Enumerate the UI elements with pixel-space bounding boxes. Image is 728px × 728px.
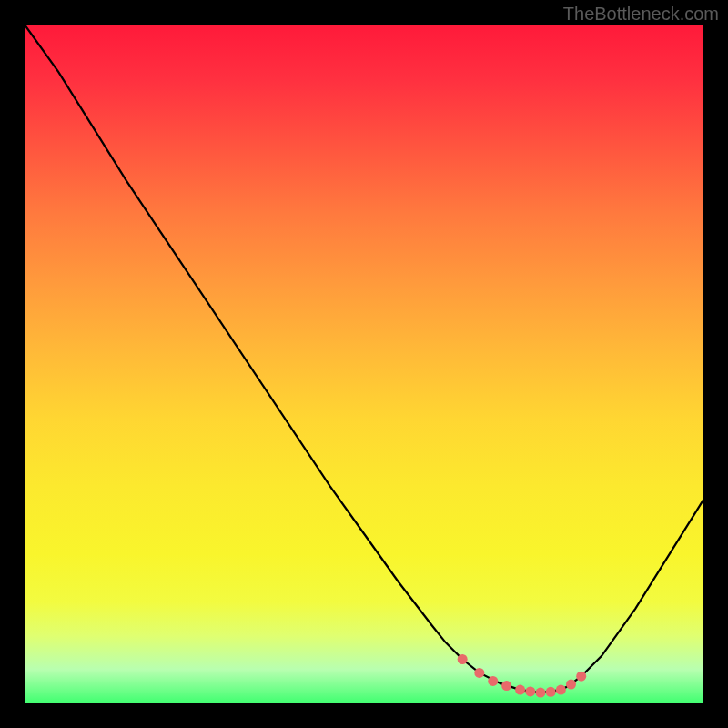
attribution-text: TheBottleneck.com [563, 4, 719, 25]
curve-marker [556, 685, 566, 695]
bottleneck-curve-svg [25, 25, 703, 703]
curve-marker [474, 668, 484, 678]
chart-plot-area [25, 25, 703, 703]
curve-marker [576, 672, 586, 682]
curve-marker [566, 680, 576, 690]
curve-marker [488, 676, 498, 686]
curve-marker [535, 688, 545, 698]
curve-marker [525, 686, 535, 696]
curve-markers [458, 654, 587, 698]
curve-marker [546, 687, 556, 697]
curve-marker [501, 681, 511, 691]
bottleneck-curve-line [25, 25, 703, 693]
curve-marker [515, 685, 525, 695]
curve-marker [458, 654, 468, 664]
